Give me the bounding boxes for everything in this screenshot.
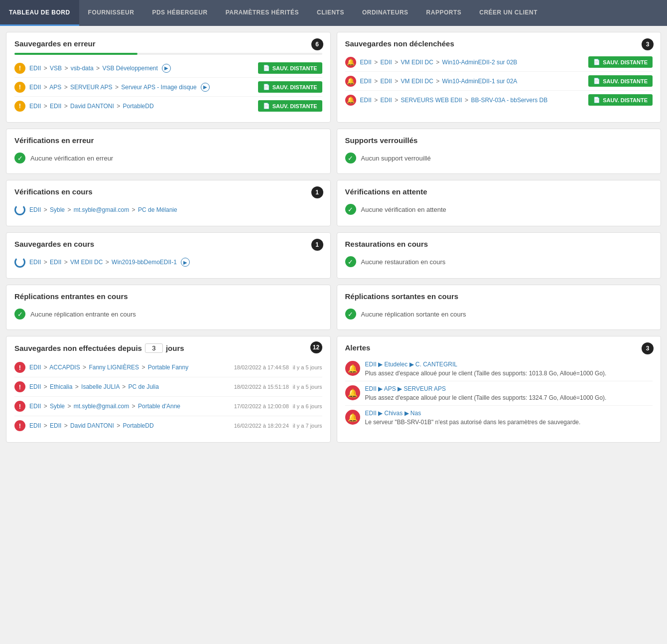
navigation: TABLEAU DE BORD FOURNISSEUR PDS HÉBERGEU…: [0, 0, 667, 26]
missed-ago: il y a 6 jours: [293, 403, 322, 409]
backup-path[interactable]: EDII > Syble > mt.syble@gmail.com > Port…: [29, 403, 180, 410]
play-button[interactable]: ▶: [181, 258, 190, 267]
backup-path[interactable]: EDII > APS > SERVEUR APS > Serveur APS -…: [29, 84, 197, 91]
error-icon: 🔔: [345, 76, 356, 87]
card-verif-cours-title: Vérifications en cours: [14, 187, 322, 196]
alert-row: 🔔 EDII ▶ Etudelec ▶ C. CANTEGRIL Plus as…: [345, 357, 653, 381]
alert-link[interactable]: EDII ▶ Etudelec ▶ C. CANTEGRIL: [365, 361, 653, 368]
card-supports-verrouilles: Supports verrouillés ✓ Aucun support ver…: [337, 129, 662, 174]
alert-icon: 🔔: [345, 385, 360, 400]
alertes-list[interactable]: 🔔 EDII ▶ Etudelec ▶ C. CANTEGRIL Plus as…: [345, 357, 653, 430]
sauv-distante-button[interactable]: 📄 SAUV. DISTANTE: [258, 62, 322, 74]
nav-fournisseur[interactable]: FOURNISSEUR: [79, 0, 143, 26]
spinner-icon: [14, 204, 25, 215]
alert-content: EDII ▶ Etudelec ▶ C. CANTEGRIL Plus asse…: [365, 361, 653, 377]
nav-clients[interactable]: CLIENTS: [308, 0, 353, 26]
progress-fill: [14, 53, 137, 55]
card-restaurations-cours-title: Restaurations en cours: [345, 240, 653, 248]
ok-text: Aucune restauration en cours: [361, 258, 446, 266]
missed-date: 18/02/2022 à 15:51:18: [234, 384, 289, 390]
card-replic-sortantes: Réplications sortantes en cours ✓ Aucune…: [337, 285, 662, 330]
doc-icon: 📄: [263, 84, 270, 90]
missed-date: 18/02/2022 à 17:44:58: [234, 364, 289, 370]
backup-path[interactable]: EDII > VSB > vsb-data > VSB Développemen…: [29, 65, 158, 72]
card-verif-attente: Vérifications en attente ✓ Aucune vérifi…: [337, 180, 662, 226]
warning-icon: !: [14, 82, 25, 93]
table-row: ! EDII > Ethicalia > Isabelle JULIA > PC…: [14, 377, 322, 397]
card-sauv-non-effectuees: Sauvegardes non effectuées depuis jours …: [6, 336, 331, 443]
alert-link[interactable]: EDII ▶ APS ▶ SERVEUR APS: [365, 385, 653, 392]
sauv-distante-button[interactable]: 📄 SAUV. DISTANTE: [588, 56, 653, 68]
backup-path[interactable]: EDII > EDII > SERVEURS WEB EDII > BB-SRV…: [360, 97, 548, 104]
sauv-distante-button[interactable]: 📄 SAUV. DISTANTE: [258, 100, 322, 112]
nav-rapports[interactable]: RAPPORTS: [417, 0, 471, 26]
error-icon: 🔔: [345, 95, 356, 106]
nav-ordinateurs[interactable]: ORDINATEURS: [353, 0, 417, 26]
nav-parametres-herites[interactable]: PARAMÈTRES HÉRITÉS: [217, 0, 308, 26]
alert-link[interactable]: EDII ▶ Chivas ▶ Nas: [365, 410, 653, 417]
nav-creer-client[interactable]: CRÉER UN CLIENT: [470, 0, 546, 26]
backup-path[interactable]: EDII > ACCAPDIS > Fanny LIGNIÈRES > Port…: [29, 364, 188, 371]
ok-row: ✓ Aucune réplication sortante en cours: [345, 306, 653, 322]
ok-icon: ✓: [345, 204, 356, 215]
card-verif-cours-badge: 1: [311, 186, 323, 198]
backup-path[interactable]: EDII > EDII > David DANTONI > PortableDD: [29, 422, 154, 429]
main-content: Sauvegardes en erreur 6 ! EDII > VSB > v…: [0, 26, 667, 449]
ok-text: Aucune réplication entrante en cours: [30, 311, 136, 318]
play-button[interactable]: ▶: [201, 83, 210, 92]
backup-path[interactable]: EDII > Ethicalia > Isabelle JULIA > PC d…: [29, 383, 159, 390]
table-row: 🔔 EDII > EDII > SERVEURS WEB EDII > BB-S…: [345, 91, 653, 109]
card-restaurations-cours: Restaurations en cours ✓ Aucune restaura…: [337, 232, 662, 279]
doc-icon: 📄: [263, 65, 270, 71]
card-replic-entrantes: Réplications entrantes en cours ✓ Aucune…: [6, 285, 331, 330]
error-icon: !: [14, 420, 25, 431]
ok-row: ✓ Aucune vérification en attente: [345, 201, 653, 218]
card-sauv-cours-badge: 1: [311, 239, 323, 251]
table-row: ! EDII > ACCAPDIS > Fanny LIGNIÈRES > Po…: [14, 358, 322, 377]
table-row: EDII > Syble > mt.syble@gmail.com > PC d…: [14, 201, 322, 219]
card-alertes-badge: 3: [642, 342, 654, 354]
ok-icon: ✓: [345, 256, 356, 267]
table-row: 🔔 EDII > EDII > VM EDII DC > Win10-Admin…: [345, 72, 653, 91]
ok-text: Aucune vérification en erreur: [30, 155, 113, 162]
card-verif-attente-title: Vérifications en attente: [345, 187, 653, 196]
card-sauv-cours-title: Sauvegardes en cours: [14, 240, 322, 248]
card-verif-cours: Vérifications en cours 1 EDII > Syble > …: [6, 180, 331, 226]
sauv-distante-button[interactable]: 📄 SAUV. DISTANTE: [258, 81, 322, 93]
alert-icon: 🔔: [345, 410, 360, 425]
table-row: 🔔 EDII > EDII > VM EDII DC > Win10-Admin…: [345, 53, 653, 72]
ok-icon: ✓: [345, 153, 356, 163]
sauv-erreur-list[interactable]: ! EDII > VSB > vsb-data > VSB Développem…: [14, 59, 322, 115]
backup-path[interactable]: EDII > EDII > David DANTONI > PortableDD: [29, 103, 154, 110]
error-icon: !: [14, 401, 25, 412]
error-icon: 🔔: [345, 57, 356, 68]
table-row: ! EDII > EDII > David DANTONI > Portable…: [14, 97, 322, 115]
alert-content: EDII ▶ APS ▶ SERVEUR APS Plus assez d'es…: [365, 385, 653, 401]
backup-path[interactable]: EDII > Syble > mt.syble@gmail.com > PC d…: [29, 206, 177, 213]
nav-tableau-de-bord[interactable]: TABLEAU DE BORD: [0, 0, 79, 26]
backup-path[interactable]: EDII > EDII > VM EDII DC > Win10-AdminED…: [360, 78, 518, 85]
alert-text: Plus assez d'espace alloué pour le clien…: [365, 370, 653, 377]
missed-ago: il y a 5 jours: [293, 384, 322, 390]
card-sauv-erreur-badge: 6: [311, 38, 323, 50]
ok-row: ✓ Aucune restauration en cours: [345, 253, 653, 270]
card-verif-erreur-title: Vérifications en erreur: [14, 136, 322, 145]
table-row: EDII > EDII > VM EDII DC > Win2019-bbDem…: [14, 253, 322, 271]
card-sauv-non-effectuees-title: Sauvegardes non effectuées depuis: [14, 344, 142, 352]
sauv-non-effectuees-list[interactable]: ! EDII > ACCAPDIS > Fanny LIGNIÈRES > Po…: [14, 358, 322, 435]
sauv-distante-button[interactable]: 📄 SAUV. DISTANTE: [588, 94, 653, 106]
card-sauv-non-declenchees: Sauvegardes non déclenchées 3 🔔 EDII > E…: [337, 32, 662, 123]
card-verif-erreur: Vérifications en erreur ✓ Aucune vérific…: [6, 129, 331, 174]
jours-input[interactable]: [145, 343, 163, 353]
alert-row: 🔔 EDII ▶ APS ▶ SERVEUR APS Plus assez d'…: [345, 381, 653, 406]
backup-path[interactable]: EDII > EDII > VM EDII DC > Win2019-bbDem…: [29, 259, 177, 266]
card-sauv-non-declenchees-title: Sauvegardes non déclenchées: [345, 39, 653, 48]
missed-date: 17/02/2022 à 12:00:08: [234, 403, 289, 409]
backup-path[interactable]: EDII > EDII > VM EDII DC > Win10-AdminED…: [360, 59, 518, 66]
missed-ago: il y a 5 jours: [293, 364, 322, 370]
card-sauv-non-declenchees-badge: 3: [642, 38, 654, 50]
ok-row: ✓ Aucune vérification en erreur: [14, 150, 322, 166]
sauv-distante-button[interactable]: 📄 SAUV. DISTANTE: [588, 75, 653, 87]
play-button[interactable]: ▶: [162, 64, 171, 73]
nav-pds-hebergeur[interactable]: PDS HÉBERGEUR: [143, 0, 216, 26]
